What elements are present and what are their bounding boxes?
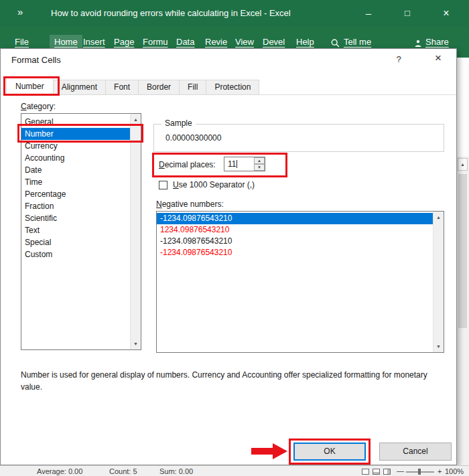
category-label: Category: <box>21 102 56 111</box>
worksheet-edge <box>457 58 469 157</box>
normal-view-icon[interactable] <box>362 469 369 475</box>
use-1000-separator-label[interactable]: Use 1000 Separator (,) <box>173 180 255 189</box>
category-item[interactable]: Percentage <box>21 188 130 200</box>
negative-item[interactable]: -1234.09876543210 <box>157 247 433 258</box>
zoom-level[interactable]: 100% <box>445 467 464 475</box>
category-item[interactable]: Date <box>21 164 130 176</box>
ribbon-tab-file[interactable]: File <box>15 37 29 47</box>
spin-up-icon[interactable]: ▲ <box>254 157 265 164</box>
use-1000-separator-checkbox[interactable] <box>159 181 168 189</box>
negative-numbers-label: Negative numbers: <box>156 200 224 209</box>
decimal-places-stepper: ▲ ▼ <box>254 157 265 171</box>
ribbon-tab-developer[interactable]: Devel <box>263 37 285 47</box>
category-item[interactable]: Accounting <box>21 152 130 164</box>
zoom-in-icon[interactable]: + <box>438 467 442 475</box>
text-caret <box>237 160 237 168</box>
category-item[interactable]: Special <box>21 236 130 248</box>
dialog-tab-strip: Number Alignment Font Border Fill Protec… <box>6 78 259 95</box>
status-bar: Average: 0.00 Count: 5 Sum: 0.00 — + 100… <box>0 465 469 476</box>
close-button[interactable]: × <box>431 0 462 27</box>
vertical-scrollbar-thumb[interactable] <box>458 174 467 328</box>
maximize-button[interactable]: □ <box>392 0 423 27</box>
qat-overflow-icon[interactable]: » <box>17 6 23 17</box>
scroll-down-icon[interactable]: ▼ <box>131 339 141 349</box>
page-layout-view-icon[interactable] <box>373 469 380 475</box>
ribbon-tab-data[interactable]: Data <box>176 37 194 47</box>
decimal-places-value: 11 <box>228 159 236 169</box>
tab-font[interactable]: Font <box>106 80 139 95</box>
decimal-places-label: Decimal places: <box>159 160 216 169</box>
category-item[interactable]: Time <box>21 176 130 188</box>
dialog-close-button[interactable]: × <box>428 52 448 65</box>
sample-value: 0.00000300000 <box>165 133 221 143</box>
negative-item[interactable]: -1234.09876543210 <box>157 236 433 247</box>
page-break-view-icon[interactable] <box>383 469 391 475</box>
ribbon-tab-help[interactable]: Help <box>296 37 314 47</box>
category-item-selected[interactable]: Number <box>21 128 130 140</box>
excel-window: » How to avoid rounding errors while cal… <box>0 0 469 476</box>
format-cells-dialog: Format Cells ? × Number Alignment Font B… <box>0 48 457 465</box>
tab-fill[interactable]: Fill <box>180 80 206 95</box>
ribbon-tab-view[interactable]: View <box>235 37 254 47</box>
scroll-down-icon[interactable]: ▼ <box>433 341 444 351</box>
zoom-out-icon[interactable]: — <box>397 467 404 475</box>
share-button[interactable]: Share <box>425 37 449 47</box>
tab-number[interactable]: Number <box>6 78 54 95</box>
category-scrollbar[interactable]: ▲ ▼ <box>130 114 141 349</box>
window-title: How to avoid rounding errors while calcu… <box>51 8 291 18</box>
tell-me-box[interactable]: Tell me <box>344 37 371 47</box>
category-item[interactable]: Text <box>21 224 130 236</box>
dialog-title: Format Cells <box>11 55 61 65</box>
ribbon-tab-page-layout[interactable]: Page <box>114 37 134 47</box>
status-average: Average: 0.00 <box>37 467 82 475</box>
scroll-up-icon[interactable]: ▲ <box>131 114 141 125</box>
worksheet-right-strip: ▲ <box>457 48 469 465</box>
status-sum: Sum: 0.00 <box>159 467 193 475</box>
cancel-button[interactable]: Cancel <box>379 443 452 461</box>
sample-label: Sample <box>161 118 196 128</box>
negative-numbers-scrollbar[interactable]: ▲ ▼ <box>433 212 444 352</box>
category-item[interactable]: Scientific <box>21 212 130 224</box>
negative-numbers-listbox: -1234.09876543210 1234.09876543210 -1234… <box>156 211 444 353</box>
scroll-up-icon[interactable]: ▲ <box>433 212 444 222</box>
red-arrow-icon <box>251 443 289 463</box>
ribbon-tab-bar: File Home Insert Page Formu Data Revie V… <box>0 27 469 48</box>
category-listbox: General Number Currency Accounting Date … <box>21 113 141 350</box>
category-item[interactable]: Fraction <box>21 200 130 212</box>
ribbon-tab-review[interactable]: Revie <box>205 37 227 47</box>
category-item[interactable]: Currency <box>21 140 130 152</box>
category-description: Number is used for general display of nu… <box>21 369 447 393</box>
negative-item-selected[interactable]: -1234.09876543210 <box>157 213 433 224</box>
category-item[interactable]: General <box>21 116 130 128</box>
scroll-up-icon[interactable]: ▲ <box>458 158 468 171</box>
negative-item[interactable]: 1234.09876543210 <box>157 224 433 236</box>
tab-alignment[interactable]: Alignment <box>54 80 106 95</box>
title-bar: » How to avoid rounding errors while cal… <box>0 0 469 27</box>
category-item[interactable]: Custom <box>21 248 130 260</box>
ok-button[interactable]: OK <box>293 443 366 461</box>
minimize-button[interactable]: – <box>353 0 384 27</box>
ribbon-edge <box>457 48 469 58</box>
ribbon-tab-home[interactable]: Home <box>50 35 82 49</box>
tab-border[interactable]: Border <box>139 80 180 95</box>
ribbon-tab-formulas[interactable]: Formu <box>143 37 168 47</box>
ribbon-tab-insert[interactable]: Insert <box>83 37 105 47</box>
zoom-slider-thumb[interactable] <box>418 469 421 475</box>
spin-down-icon[interactable]: ▼ <box>254 164 265 171</box>
dialog-help-button[interactable]: ? <box>391 54 406 64</box>
tab-protection[interactable]: Protection <box>206 80 259 95</box>
status-count: Count: 5 <box>109 467 137 475</box>
